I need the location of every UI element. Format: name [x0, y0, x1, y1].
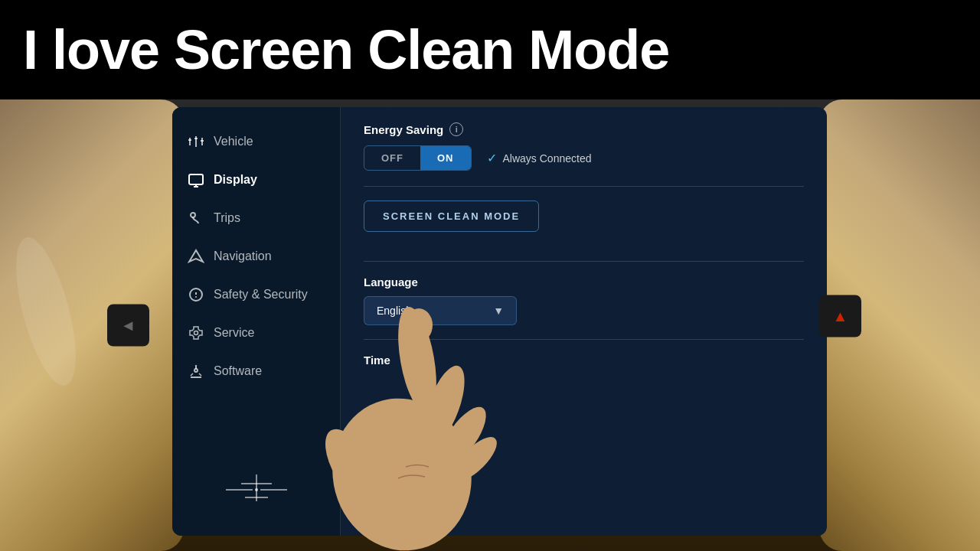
sidebar-bottom	[172, 452, 340, 520]
always-connected-label: Always Connected	[503, 152, 592, 165]
energy-toggle-group: OFF ON	[364, 145, 472, 171]
page-title: I love Screen Clean Mode	[23, 18, 669, 81]
sidebar-navigation-label: Navigation	[214, 249, 272, 263]
divider-2	[364, 261, 804, 262]
language-dropdown[interactable]: English ▼	[364, 296, 517, 325]
divider-3	[364, 339, 804, 340]
svg-point-13	[195, 296, 197, 298]
always-connected-row: ✓ Always Connected	[487, 151, 592, 165]
sidebar-safety-label: Safety & Security	[214, 288, 308, 302]
left-arrow-button[interactable]	[107, 305, 149, 347]
energy-saving-section: Energy Saving i	[364, 122, 804, 136]
sidebar-display-label: Display	[214, 173, 257, 187]
energy-off-button[interactable]: OFF	[364, 146, 420, 170]
main-content: Energy Saving i OFF ON ✓ Always Connecte…	[341, 107, 827, 536]
safety-icon	[188, 286, 204, 303]
sidebar-item-service[interactable]: Service	[172, 314, 340, 352]
energy-on-button[interactable]: ON	[420, 146, 471, 170]
tesla-screen: Vehicle Display	[172, 107, 827, 536]
sidebar-item-display[interactable]: Display	[172, 161, 340, 199]
screen-clean-mode-button[interactable]: SCREEN CLEAN MODE	[364, 201, 539, 232]
sidebar-software-label: Software	[214, 364, 262, 378]
svg-point-22	[255, 488, 258, 491]
top-bar: I love Screen Clean Mode	[0, 0, 980, 99]
energy-saving-label: Energy Saving	[364, 123, 443, 136]
svg-point-15	[194, 369, 198, 372]
tesla-logo	[222, 467, 291, 505]
vehicle-icon	[188, 133, 204, 150]
language-section-label: Language	[364, 276, 804, 289]
svg-point-14	[194, 331, 198, 335]
car-background: Vehicle Display	[0, 99, 980, 551]
left-seat	[0, 99, 184, 551]
software-icon	[188, 363, 204, 380]
sidebar-vehicle-label: Vehicle	[214, 135, 253, 148]
svg-marker-10	[189, 250, 203, 262]
sidebar-item-navigation[interactable]: Navigation	[172, 237, 340, 276]
info-icon[interactable]: i	[449, 122, 463, 136]
sidebar-trips-label: Trips	[214, 211, 240, 225]
energy-toggle-row: OFF ON ✓ Always Connected	[364, 145, 804, 171]
sidebar-service-label: Service	[214, 326, 254, 340]
language-selected-value: English	[377, 305, 412, 317]
trips-icon	[188, 210, 204, 227]
svg-point-9	[191, 213, 195, 217]
navigation-icon	[188, 248, 204, 265]
sidebar-item-software[interactable]: Software	[172, 352, 340, 390]
chevron-down-icon: ▼	[493, 305, 504, 317]
sidebar-item-trips[interactable]: Trips	[172, 199, 340, 237]
sidebar-item-safety[interactable]: Safety & Security	[172, 276, 340, 314]
sidebar-item-vehicle[interactable]: Vehicle	[172, 122, 340, 161]
checkmark-icon: ✓	[487, 151, 497, 165]
sidebar: Vehicle Display	[172, 107, 341, 536]
svg-rect-6	[189, 174, 203, 184]
display-icon	[188, 171, 204, 188]
time-section-label: Time	[364, 354, 804, 367]
right-arrow-button[interactable]	[819, 295, 861, 337]
service-icon	[188, 324, 204, 341]
divider-1	[364, 186, 804, 187]
